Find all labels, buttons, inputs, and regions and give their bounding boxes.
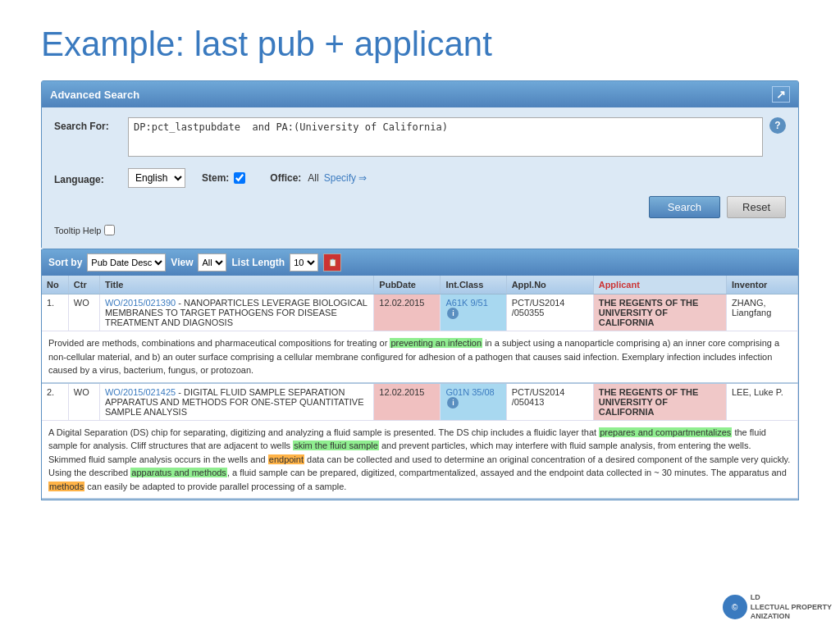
reset-button[interactable]: Reset <box>727 196 786 218</box>
cell-pubdate: 12.02.2015 <box>374 294 441 331</box>
intclass-link[interactable]: G01N 35/08 <box>445 387 494 397</box>
results-toolbar: Sort by Pub Date Desc View All List Leng… <box>42 249 798 276</box>
cell-applno: PCT/US2014 /050413 <box>506 383 593 421</box>
sort-by-label: Sort by <box>48 257 82 268</box>
help-icon[interactable]: ? <box>769 117 786 134</box>
office-all-text: All <box>308 172 318 184</box>
expand-icon[interactable]: ↗ <box>772 86 790 103</box>
stem-label: Stem: <box>202 172 229 184</box>
wipo-footer: © LD LLECTUAL PROPERTY ANIZATION <box>723 593 832 622</box>
cell-no: 1. <box>42 294 68 331</box>
summary-text: A Digital Separation (DS) chip for separ… <box>42 420 798 499</box>
export-icon[interactable]: 📋 <box>323 253 341 272</box>
search-button[interactable]: Search <box>649 196 720 218</box>
cell-pubdate: 12.02.2015 <box>374 383 441 421</box>
info-icon[interactable]: i <box>447 397 459 409</box>
col-title: Title <box>99 276 373 294</box>
sort-by-select[interactable]: Pub Date Desc <box>87 253 166 272</box>
search-form: Search For: DP:pct_lastpubdate and PA:(U… <box>42 107 798 249</box>
col-intclass: Int.Class <box>441 276 506 294</box>
tooltip-row: Tooltip Help <box>54 225 786 240</box>
summary-row: A Digital Separation (DS) chip for separ… <box>42 420 798 499</box>
view-select[interactable]: All <box>198 253 226 272</box>
col-applno: Appl.No <box>506 276 593 294</box>
table-row: 2. WO WO/2015/021425 - DIGITAL FLUID SAM… <box>42 383 798 421</box>
cell-inventor: LEE, Luke P. <box>726 383 797 421</box>
office-label: Office: <box>270 172 301 184</box>
language-row: Language: English Stem: Office: All Spec… <box>54 168 786 188</box>
language-select[interactable]: English <box>128 168 185 188</box>
search-textarea-wrapper: DP:pct_lastpubdate and PA:(University of… <box>128 117 763 160</box>
stem-checkbox[interactable] <box>234 172 245 184</box>
list-length-select[interactable]: 10 <box>290 253 318 272</box>
cell-intclass: G01N 35/08 i <box>441 383 506 421</box>
advanced-search-header: Advanced Search ↗ <box>42 81 798 107</box>
search-for-row: Search For: DP:pct_lastpubdate and PA:(U… <box>54 117 786 160</box>
table-row: 1. WO WO/2015/021390 - NANOPARTICLES LEV… <box>42 294 798 331</box>
table-header-row: No Ctr Title PubDate Int.Class Appl.No A… <box>42 276 798 294</box>
tooltip-help-checkbox[interactable] <box>104 225 115 235</box>
cell-applicant: THE REGENTS OF THE UNIVERSITY OF CALIFOR… <box>593 294 726 331</box>
results-table: No Ctr Title PubDate Int.Class Appl.No A… <box>42 276 798 500</box>
page-title: Example: last pub + applicant <box>0 0 840 80</box>
wipo-logo-circle: © <box>723 595 747 619</box>
list-length-label: List Length <box>231 257 285 268</box>
cell-no: 2. <box>42 383 68 421</box>
cell-inventor: ZHANG, Liangfang <box>726 294 797 331</box>
cell-title: WO/2015/021390 - NANOPARTICLES LEVERAGE … <box>99 294 373 331</box>
cell-ctr: WO <box>68 383 99 421</box>
search-for-label: Search For: <box>54 117 128 132</box>
cell-ctr: WO <box>68 294 99 331</box>
cell-applno: PCT/US2014 /050355 <box>506 294 593 331</box>
info-icon[interactable]: i <box>447 308 459 319</box>
title-link[interactable]: WO/2015/021425 <box>105 387 176 397</box>
cell-applicant: THE REGENTS OF THE UNIVERSITY OF CALIFOR… <box>593 383 726 421</box>
col-no: No <box>42 276 68 294</box>
advanced-search-title: Advanced Search <box>50 89 139 101</box>
col-ctr: Ctr <box>68 276 99 294</box>
view-label: View <box>171 257 193 268</box>
cell-intclass: A61K 9/51 i <box>441 294 506 331</box>
button-row: Search Reset <box>54 196 786 218</box>
col-inventor: Inventor <box>726 276 797 294</box>
intclass-link[interactable]: A61K 9/51 <box>445 298 487 308</box>
summary-text: Provided are methods, combinations and p… <box>42 331 798 383</box>
search-input[interactable]: DP:pct_lastpubdate and PA:(University of… <box>128 117 763 157</box>
summary-row: Provided are methods, combinations and p… <box>42 331 798 383</box>
tooltip-help-label: Tooltip Help <box>54 226 101 235</box>
cell-title: WO/2015/021425 - DIGITAL FLUID SAMPLE SE… <box>99 383 373 421</box>
col-applicant: Applicant <box>593 276 726 294</box>
advanced-search-panel: Advanced Search ↗ Search For: DP:pct_las… <box>41 80 799 249</box>
language-label: Language: <box>54 171 128 185</box>
col-pubdate: PubDate <box>374 276 441 294</box>
results-container: Sort by Pub Date Desc View All List Leng… <box>41 249 799 500</box>
office-specify-link[interactable]: Specify ⇒ <box>324 172 368 184</box>
wipo-text: LD LLECTUAL PROPERTY ANIZATION <box>751 593 832 622</box>
title-link[interactable]: WO/2015/021390 <box>105 298 176 308</box>
